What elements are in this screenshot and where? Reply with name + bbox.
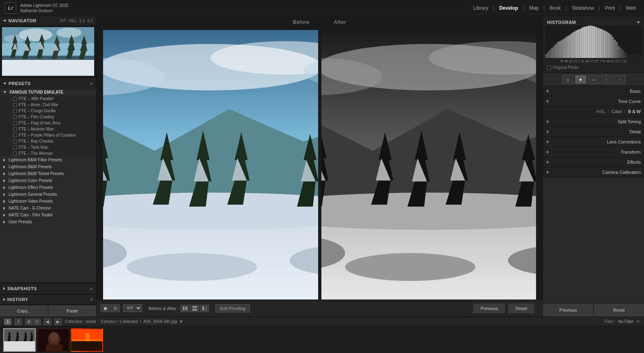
nav-web[interactable]: Web [623,4,639,13]
detail-header[interactable]: Detail [543,127,644,137]
detail-title: Detail [550,129,641,134]
nav-map[interactable]: Map [526,4,542,13]
effects-header[interactable]: Effects [543,157,644,167]
svg-rect-90 [559,41,561,58]
svg-rect-93 [565,37,567,58]
original-photo-checkbox[interactable] [547,66,551,70]
snapshots-add-icon[interactable]: + [90,285,93,292]
basic-header[interactable]: Basic [543,86,644,96]
after-label: After [334,19,346,25]
film-prev-btn[interactable]: ◀ [44,319,51,325]
filter-label: Filter : [605,319,616,324]
soft-proofing-button[interactable]: Soft Proofing [215,304,250,312]
svg-rect-80 [202,306,204,310]
lr-logo-icon: Lr [5,2,16,14]
history-expand-icon [3,298,5,301]
after-image-panel [321,30,536,300]
page-1-btn[interactable]: 1 [4,319,11,325]
snapshots-header[interactable]: Snapshots + [0,283,96,294]
bw-link[interactable]: B & W [628,109,641,114]
right-panel: Histogram [543,16,644,317]
list-item[interactable]: FTE – Tank Man [10,144,96,150]
yyy-select[interactable]: Y/Y [123,304,142,312]
zoom-1to1[interactable]: 1:1 [79,19,85,23]
presets-header[interactable]: Presets + [0,78,96,89]
previous-button[interactable]: Previous [473,304,506,313]
nav-book[interactable]: Book [546,4,564,13]
preset-group-famous-header[interactable]: FAMOUS TUTVID EMULATE [0,89,96,96]
lens-corrections-arrow-icon [546,140,548,143]
history-section: History × [0,294,96,305]
detail-arrow-icon [546,130,548,133]
arrow-view-btn[interactable]: → [614,75,625,84]
camera-calibration-header[interactable]: Camera Calibration [543,167,644,177]
svg-rect-81 [205,306,207,310]
thumbnail-1[interactable] [3,328,36,352]
preset-group-bwtoned: Lightroom B&W Toned Presets [0,170,96,177]
two-view-btn[interactable]: ⊡ [111,304,120,312]
svg-rect-140 [86,333,90,341]
rect-view-btn[interactable]: ▭ [588,75,599,84]
histogram-chart [545,26,642,58]
tone-curve-header[interactable]: Tone Curve [543,96,644,106]
list-item[interactable]: FTE – 38th Parallel [10,96,96,102]
page-2-btn[interactable]: 2 [15,319,22,325]
transform-header[interactable]: Transform [543,147,644,157]
lens-corrections-header[interactable]: Lens Corrections [543,137,644,147]
right-reset-button[interactable]: Reset [594,304,644,317]
list-item[interactable]: FTE – The Woman [10,150,96,156]
list-item[interactable]: FTE – Film Cowboy [10,114,96,120]
navigator-header[interactable]: Navigator FIT FILL 1:1 4:1 [0,16,96,25]
svg-rect-110 [599,29,601,58]
history-close-icon[interactable]: × [90,297,93,302]
histogram-values: R 48.3/ 27.7 G 48.7/ 27.7 B 48.6/ 27.7 % [545,58,642,64]
detail-view-btn[interactable]: ⊡ [33,319,41,325]
circle-view-btn[interactable]: ● [575,75,586,84]
svg-rect-89 [557,42,559,58]
filter-dropdown-icon[interactable]: ▼ [636,319,640,324]
reset-button[interactable]: Reset [508,304,534,313]
svg-point-54 [321,193,536,230]
nav-slideshow[interactable]: Slideshow [569,4,597,13]
paste-button[interactable]: Paste [48,305,96,317]
list-item[interactable]: FTE – Flag of Iwo Jima [10,120,96,126]
split-toning-header[interactable]: Split Toning [543,117,644,126]
preset-group-bwfilter-header[interactable]: Lightroom B&W Filter Presets [0,156,96,163]
svg-rect-139 [71,341,103,352]
list-item[interactable]: FTE – Congo Gorilla [10,108,96,114]
solo-view-btn[interactable]: ◎ [562,75,573,84]
thumbnail-2[interactable] [37,328,69,352]
list-item[interactable]: FTE – Purple Pillars of Creation [10,132,96,138]
before-after-controls: Before & After : [149,305,209,312]
thumbnail-3[interactable] [71,328,103,352]
ba-top-bottom-icon[interactable] [190,305,199,312]
square-view-btn[interactable]: ▣ [101,304,110,312]
zoom-4to1[interactable]: 4:1 [87,19,93,23]
copy-button[interactable]: Copy... [0,305,48,317]
camera-calibration-section: Camera Calibration [543,167,644,178]
list-item[interactable]: FTE – Ray Charles [10,138,96,144]
right-previous-button[interactable]: Previous [543,304,594,317]
hsl-label: HSL [597,109,605,114]
list-item[interactable]: FTE – Amer. Civil War [10,102,96,108]
zoom-fit[interactable]: FIT [60,19,66,23]
ba-left-right-icon[interactable] [181,305,190,312]
presets-add-icon[interactable]: + [90,80,93,87]
list-item[interactable]: FTE – Molotov Man [10,126,96,132]
lens-corrections-section: Lens Corrections [543,137,644,147]
zoom-fill[interactable]: FILL [69,19,77,23]
svg-rect-85 [549,50,551,58]
color-link[interactable]: Color [611,109,622,114]
split-toning-section: Split Toning [543,117,644,127]
nav-print[interactable]: Print [602,4,618,13]
ba-split-icon[interactable] [200,305,209,312]
nav-develop[interactable]: Develop [496,4,521,13]
nav-library[interactable]: Library [470,4,491,13]
history-header[interactable]: History × [0,295,96,304]
circle2-view-btn[interactable]: ○ [601,75,612,84]
left-panel-buttons: Copy... Paste [0,305,96,317]
svg-rect-107 [594,26,596,58]
grid-view-btn[interactable]: ⊞ [25,319,32,325]
film-next-btn[interactable]: ▶ [54,319,62,325]
presets-list: FAMOUS TUTVID EMULATE FTE – 38th Paralle… [0,89,96,243]
